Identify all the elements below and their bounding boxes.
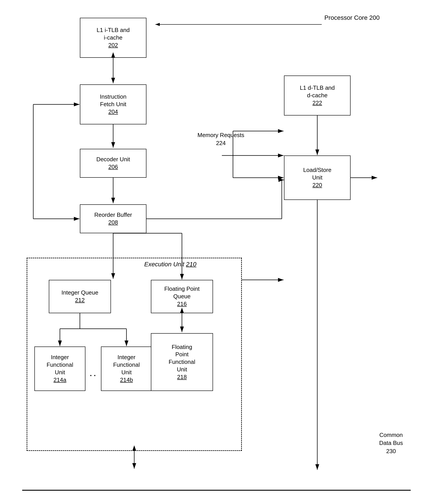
dots-label: . . (90, 369, 96, 379)
execution-unit-label: Execution Unit 210 (144, 260, 196, 268)
reorder-buffer-box: Reorder Buffer 208 (80, 204, 146, 233)
l1-dtlb-box: L1 d-TLB and d-cache 222 (284, 76, 350, 115)
common-data-bus-label: Common Data Bus 230 (379, 431, 403, 455)
memory-requests-label: Memory Requests 224 (198, 131, 244, 147)
int-queue-box: Integer Queue 212 (49, 280, 111, 313)
ifu-box: Instruction Fetch Unit 204 (80, 84, 146, 124)
int-func-unit-b-box: Integer Functional Unit 214b (101, 346, 152, 391)
fp-func-unit-box: Floating Point Functional Unit 218 (151, 333, 213, 391)
processor-core-label: Processor Core 200 (324, 13, 380, 22)
fp-queue-box: Floating Point Queue 216 (151, 280, 213, 313)
load-store-box: Load/Store Unit 220 (284, 155, 350, 200)
int-func-unit-a-box: Integer Functional Unit 214a (34, 346, 85, 391)
decoder-box: Decoder Unit 206 (80, 149, 146, 178)
bottom-bar (22, 490, 411, 491)
diagram-container: Processor Core 200 L1 i-TLB and i-cache … (0, 0, 424, 504)
l1-itlb-box: L1 i-TLB and i-cache 202 (80, 18, 146, 58)
